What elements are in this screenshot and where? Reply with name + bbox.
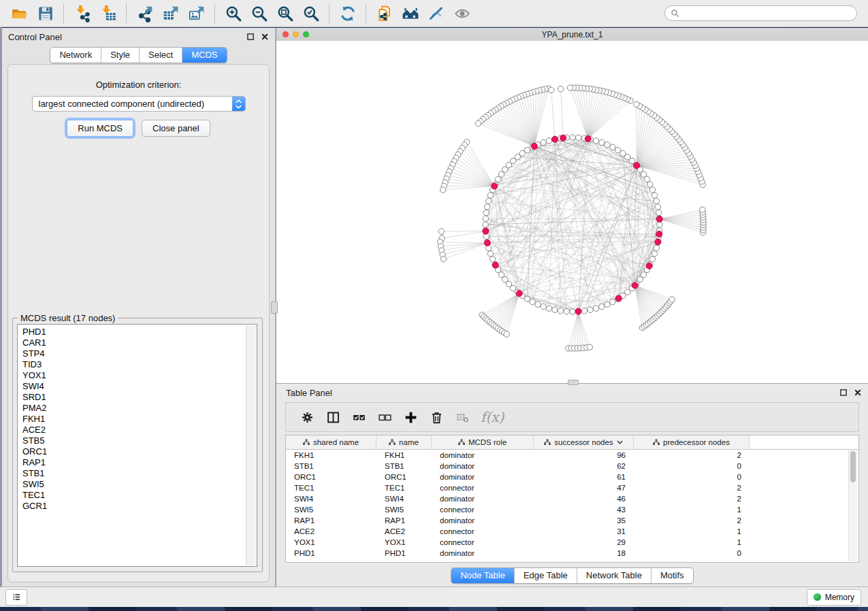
- mcds-result-item[interactable]: PMA2: [22, 403, 257, 414]
- mcds-result-item[interactable]: FKH1: [22, 414, 257, 425]
- network-node[interactable]: [570, 309, 575, 314]
- network-node[interactable]: [576, 135, 581, 140]
- mcds-node[interactable]: [634, 163, 640, 169]
- mcds-result-item[interactable]: GCR1: [22, 501, 257, 512]
- mcds-result-item[interactable]: SWI4: [22, 381, 257, 392]
- memory-button[interactable]: Memory: [807, 589, 861, 606]
- tab-mcds[interactable]: MCDS: [182, 48, 226, 63]
- columns-button[interactable]: [323, 407, 343, 427]
- network-node[interactable]: [649, 257, 655, 262]
- network-node[interactable]: [546, 138, 551, 144]
- table-row[interactable]: SWI4SWI4dominator462: [286, 493, 858, 504]
- export-image-button[interactable]: [185, 3, 208, 24]
- delete-table-button[interactable]: [452, 407, 472, 427]
- network-node[interactable]: [605, 142, 610, 147]
- table-tab-edge-table[interactable]: Edge Table: [514, 568, 577, 583]
- table-tab-network-table[interactable]: Network Table: [577, 568, 651, 583]
- network-node[interactable]: [486, 198, 492, 203]
- search-input[interactable]: [684, 8, 851, 19]
- mcds-node[interactable]: [492, 183, 498, 189]
- window-zoom-icon[interactable]: [303, 31, 309, 37]
- window-close-icon[interactable]: [283, 31, 289, 37]
- mcds-node[interactable]: [484, 240, 490, 246]
- table-row[interactable]: ACE2ACE2connector311: [286, 526, 858, 537]
- houses-button[interactable]: [399, 3, 422, 24]
- mcds-result-item[interactable]: YOX1: [22, 370, 257, 381]
- network-node[interactable]: [570, 135, 575, 140]
- table-row[interactable]: SWI5SWI5connector431: [286, 504, 858, 515]
- mcds-result-item[interactable]: TID3: [22, 359, 257, 370]
- network-node[interactable]: [524, 147, 530, 152]
- network-canvas[interactable]: [276, 41, 868, 383]
- export-table-button[interactable]: [159, 3, 182, 24]
- network-node[interactable]: [593, 306, 598, 311]
- tab-network[interactable]: Network: [50, 48, 101, 63]
- run-mcds-button[interactable]: Run MCDS: [67, 120, 133, 137]
- column-header-MCDS-role[interactable]: MCDS role: [432, 435, 534, 449]
- network-node[interactable]: [652, 251, 657, 257]
- mcds-node[interactable]: [585, 136, 591, 142]
- network-node[interactable]: [655, 204, 660, 210]
- mcds-result-item[interactable]: ORC1: [22, 446, 257, 457]
- mcds-node[interactable]: [483, 228, 489, 234]
- zoom-selected-button[interactable]: [300, 3, 323, 24]
- mcds-node[interactable]: [615, 295, 622, 301]
- network-node[interactable]: [483, 210, 489, 215]
- mcds-result-item[interactable]: STB5: [22, 435, 257, 446]
- network-node[interactable]: [535, 301, 541, 307]
- column-header-successor-nodes[interactable]: successor nodes: [534, 435, 634, 449]
- optimization-criterion-select[interactable]: largest connected component (undirected): [32, 96, 246, 112]
- mcds-node[interactable]: [656, 216, 662, 222]
- network-node[interactable]: [593, 138, 598, 144]
- network-node[interactable]: [649, 187, 655, 193]
- network-node[interactable]: [647, 182, 652, 187]
- mcds-node[interactable]: [516, 291, 522, 297]
- table-row[interactable]: YOX1YOX1connector291: [286, 537, 858, 548]
- network-node[interactable]: [558, 308, 563, 314]
- deselect-all-button[interactable]: [374, 407, 395, 427]
- network-node[interactable]: [530, 299, 535, 304]
- network-node[interactable]: [588, 307, 593, 312]
- table-row[interactable]: FKH1FKH1dominator962: [286, 450, 858, 461]
- zoom-out-button[interactable]: [248, 3, 271, 24]
- network-node[interactable]: [495, 176, 500, 182]
- network-node[interactable]: [581, 308, 587, 314]
- mcds-list-scrollbar[interactable]: [246, 325, 256, 565]
- import-table-button[interactable]: [97, 3, 120, 24]
- network-leaf-node[interactable]: [700, 207, 705, 212]
- network-node[interactable]: [620, 150, 626, 156]
- mcds-node[interactable]: [575, 308, 581, 314]
- mcds-result-item[interactable]: SWI5: [22, 479, 257, 490]
- mcds-node[interactable]: [646, 263, 652, 269]
- folder-open-button[interactable]: [8, 3, 31, 24]
- delete-button[interactable]: [426, 407, 447, 427]
- network-leaf-node[interactable]: [634, 101, 639, 107]
- mcds-result-item[interactable]: ACE2: [22, 425, 257, 435]
- mcds-result-item[interactable]: RAP1: [22, 457, 257, 468]
- network-node[interactable]: [484, 204, 489, 210]
- mcds-result-item[interactable]: TEC1: [22, 490, 257, 501]
- network-leaf-node[interactable]: [549, 87, 554, 93]
- network-window-titlebar[interactable]: YPA_prune.txt_1: [276, 28, 868, 42]
- network-node[interactable]: [605, 301, 610, 307]
- function-builder-button[interactable]: f(x): [481, 409, 504, 425]
- table-scrollbar-thumb[interactable]: [850, 451, 856, 482]
- column-header-name[interactable]: name: [376, 435, 432, 449]
- eye-slash-button[interactable]: [425, 3, 448, 24]
- network-node[interactable]: [541, 139, 546, 145]
- network-node[interactable]: [654, 245, 659, 250]
- table-row[interactable]: TEC1TEC1connector472: [286, 482, 858, 493]
- mcds-result-list[interactable]: PHD1CAR1STP4TID3YOX1SWI4SRD1PMA2FKH1ACE2…: [17, 324, 257, 567]
- network-leaf-node[interactable]: [440, 187, 446, 193]
- network-node[interactable]: [524, 296, 530, 301]
- network-leaf-node[interactable]: [587, 344, 592, 350]
- tab-select[interactable]: Select: [139, 48, 182, 63]
- network-node[interactable]: [656, 210, 662, 215]
- float-panel-icon[interactable]: [246, 33, 255, 41]
- table-scrollbar[interactable]: [848, 450, 858, 561]
- network-node[interactable]: [483, 216, 488, 221]
- mcds-result-item[interactable]: SRD1: [22, 392, 257, 403]
- network-leaf-node[interactable]: [567, 85, 573, 90]
- search-box[interactable]: [664, 5, 857, 21]
- mcds-node[interactable]: [632, 282, 638, 288]
